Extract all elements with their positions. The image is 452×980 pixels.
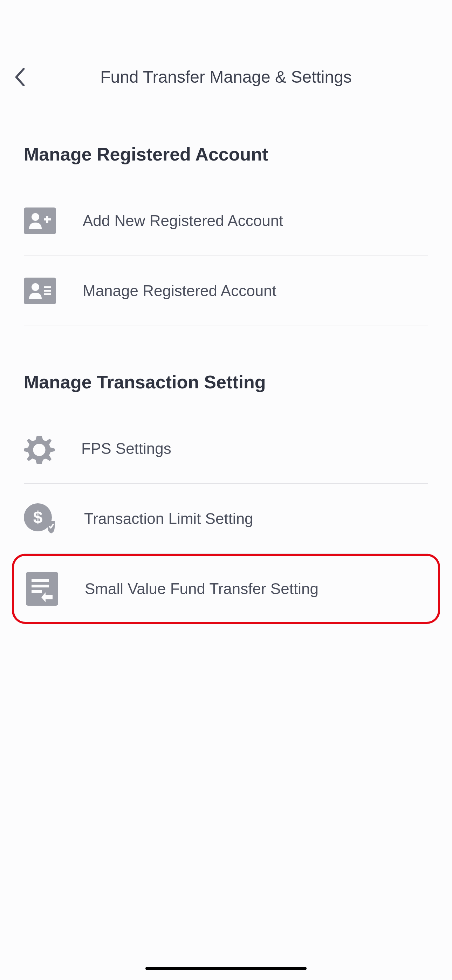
person-add-icon (24, 207, 56, 234)
dollar-shield-icon: $ (24, 503, 57, 534)
list-item-label: FPS Settings (81, 440, 171, 457)
svg-point-7 (33, 444, 45, 456)
chevron-left-icon (14, 68, 26, 86)
svg-rect-12 (32, 590, 42, 593)
divider (24, 326, 428, 326)
list-item-label: Add New Registered Account (83, 212, 283, 229)
svg-text:$: $ (33, 508, 43, 527)
list-item-label: Manage Registered Account (83, 282, 277, 300)
status-bar (0, 0, 452, 56)
list-item-transaction-limit[interactable]: $ Transaction Limit Setting (0, 484, 452, 554)
section-title-registered: Manage Registered Account (0, 98, 452, 186)
gear-icon (24, 433, 55, 464)
list-item-manage-registered[interactable]: Manage Registered Account (0, 256, 452, 326)
list-item-add-registered[interactable]: Add New Registered Account (0, 186, 452, 256)
list-item-label: Small Value Fund Transfer Setting (85, 580, 318, 598)
svg-rect-2 (46, 216, 48, 223)
list-item-fps-settings[interactable]: FPS Settings (0, 414, 452, 484)
back-button[interactable] (14, 67, 35, 88)
section-title-transaction: Manage Transaction Setting (0, 326, 452, 414)
svg-rect-6 (44, 293, 51, 295)
svg-rect-10 (32, 579, 49, 582)
nav-header: Fund Transfer Manage & Settings (0, 56, 452, 98)
home-indicator[interactable] (145, 967, 307, 970)
svg-point-3 (32, 283, 39, 291)
svg-rect-11 (32, 585, 49, 587)
svg-rect-5 (44, 290, 51, 292)
list-item-small-value-transfer[interactable]: Small Value Fund Transfer Setting (12, 554, 440, 624)
person-list-icon (24, 278, 56, 304)
content: Manage Registered Account Add New Regist… (0, 98, 452, 624)
page-title: Fund Transfer Manage & Settings (35, 67, 438, 87)
document-transfer-icon (26, 572, 58, 606)
list-item-label: Transaction Limit Setting (84, 510, 253, 528)
svg-point-0 (32, 213, 39, 221)
svg-rect-4 (44, 286, 51, 288)
